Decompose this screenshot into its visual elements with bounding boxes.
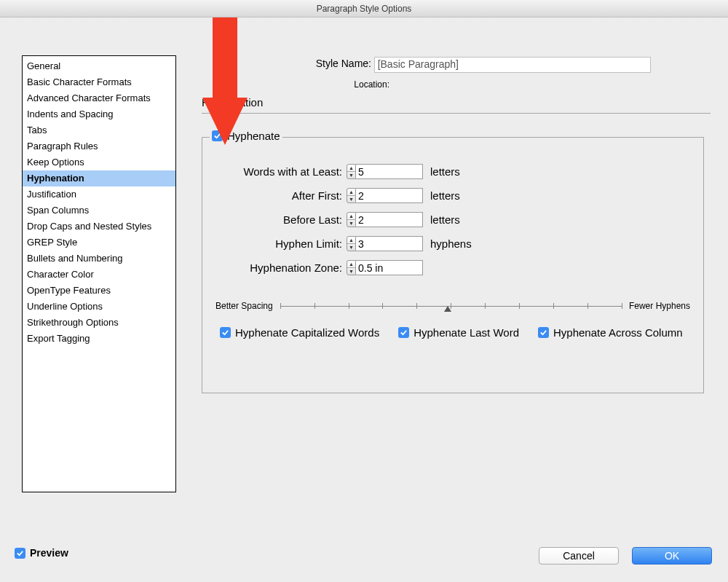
slider-left-label: Better Spacing [215, 301, 273, 311]
sidebar-item[interactable]: Span Columns [23, 202, 175, 219]
stepper[interactable]: ▲▼ [347, 188, 423, 203]
cancel-button[interactable]: Cancel [539, 547, 619, 565]
sidebar: GeneralBasic Character FormatsAdvanced C… [22, 55, 176, 492]
sidebar-item[interactable]: Underline Options [23, 299, 175, 315]
slider-right-label: Fewer Hyphens [629, 301, 690, 311]
preview-checkbox[interactable]: Preview [15, 547, 68, 559]
hyphenation-slider: Better Spacing Fewer Hyphens [215, 297, 690, 315]
setting-row: Hyphen Limit:▲▼hyphens [221, 236, 684, 251]
setting-row: Before Last:▲▼letters [221, 212, 684, 227]
chevron-up-icon[interactable]: ▲ [347, 261, 355, 268]
setting-unit: hyphens [430, 237, 472, 250]
chevron-up-icon[interactable]: ▲ [347, 165, 355, 172]
setting-row: Words with at Least:▲▼letters [221, 164, 684, 179]
location-row: Location: [197, 79, 711, 90]
sidebar-item[interactable]: Bullets and Numbering [23, 251, 175, 267]
stepper-arrows[interactable]: ▲▼ [347, 236, 356, 251]
option-label: Hyphenate Across Column [553, 326, 683, 339]
stepper-arrows[interactable]: ▲▼ [347, 260, 356, 275]
chevron-up-icon[interactable]: ▲ [347, 237, 355, 244]
sidebar-item[interactable]: Paragraph Rules [23, 138, 175, 154]
chevron-down-icon[interactable]: ▼ [347, 172, 355, 178]
stepper-input[interactable] [356, 212, 423, 227]
style-name-input[interactable]: [Basic Paragraph] [374, 57, 651, 73]
stepper-input[interactable] [356, 188, 423, 203]
stepper-input[interactable] [356, 260, 423, 275]
sidebar-item[interactable]: OpenType Features [23, 283, 175, 299]
option-checkbox[interactable] [220, 327, 231, 338]
sidebar-item[interactable]: Tabs [23, 122, 175, 138]
stepper-input[interactable] [356, 236, 423, 251]
setting-unit: letters [430, 165, 460, 178]
sidebar-item[interactable]: Keep Options [23, 154, 175, 170]
dialog-content: Style Name: [Basic Paragraph] Location: … [0, 17, 728, 547]
chevron-down-icon[interactable]: ▼ [347, 244, 355, 251]
chevron-up-icon[interactable]: ▲ [347, 213, 355, 220]
stepper-arrows[interactable]: ▲▼ [347, 164, 356, 179]
setting-unit: letters [430, 213, 460, 226]
setting-row: Hyphenation Zone:▲▼ [221, 260, 684, 275]
setting-unit: letters [430, 189, 460, 202]
chevron-up-icon[interactable]: ▲ [347, 189, 355, 196]
setting-label: Hyphen Limit: [221, 237, 342, 250]
hyphenate-checkbox[interactable] [212, 130, 223, 141]
slider-thumb[interactable] [444, 306, 451, 312]
preview-label: Preview [30, 547, 68, 559]
hyphenate-legend-label: Hyphenate [227, 130, 280, 142]
sidebar-item[interactable]: Advanced Character Formats [23, 90, 175, 106]
stepper-input[interactable] [356, 164, 423, 179]
window-title: Paragraph Style Options [0, 0, 728, 17]
sidebar-item[interactable]: Basic Character Formats [23, 74, 175, 90]
ok-button[interactable]: OK [632, 547, 712, 565]
style-name-label: Style Name: [197, 58, 371, 69]
chevron-down-icon[interactable]: ▼ [347, 196, 355, 202]
sidebar-item[interactable]: Character Color [23, 267, 175, 283]
stepper[interactable]: ▲▼ [347, 260, 423, 275]
sidebar-item[interactable]: Export Tagging [23, 331, 175, 347]
chevron-down-icon[interactable]: ▼ [347, 220, 355, 227]
hyphenate-legend: Hyphenate [210, 130, 282, 142]
sidebar-item[interactable]: General [23, 58, 175, 74]
style-name-row: Style Name: [Basic Paragraph] [197, 57, 711, 73]
dialog-footer: Preview Cancel OK [0, 547, 728, 582]
setting-label: Hyphenation Zone: [221, 261, 342, 274]
stepper[interactable]: ▲▼ [347, 236, 423, 251]
chevron-down-icon[interactable]: ▼ [347, 268, 355, 275]
sidebar-item[interactable]: Drop Caps and Nested Styles [23, 219, 175, 235]
stepper[interactable]: ▲▼ [347, 164, 423, 179]
stepper-arrows[interactable]: ▲▼ [347, 212, 356, 227]
option-checkbox[interactable] [398, 327, 409, 338]
option-label: Hyphenate Last Word [414, 326, 519, 339]
sidebar-item[interactable]: Justification [23, 186, 175, 202]
option-label: Hyphenate Capitalized Words [235, 326, 379, 339]
hyphenate-fieldset: Hyphenate Words with at Least:▲▼lettersA… [202, 137, 704, 393]
sidebar-item[interactable]: GREP Style [23, 235, 175, 251]
setting-label: After First: [221, 189, 342, 202]
sidebar-item[interactable]: Strikethrough Options [23, 315, 175, 331]
slider-track[interactable] [280, 302, 622, 310]
setting-label: Before Last: [221, 213, 342, 226]
hyphenation-option[interactable]: Hyphenate Capitalized Words [220, 326, 379, 339]
hyphenation-option[interactable]: Hyphenate Last Word [398, 326, 519, 339]
stepper[interactable]: ▲▼ [347, 212, 423, 227]
setting-row: After First:▲▼letters [221, 188, 684, 203]
hyphenation-option[interactable]: Hyphenate Across Column [538, 326, 683, 339]
setting-label: Words with at Least: [221, 165, 342, 178]
option-checkbox[interactable] [538, 327, 549, 338]
section-title: Hyphenation [202, 96, 711, 111]
location-label: Location: [197, 79, 389, 90]
stepper-arrows[interactable]: ▲▼ [347, 188, 356, 203]
sidebar-item[interactable]: Hyphenation [23, 170, 175, 186]
sidebar-item[interactable]: Indents and Spacing [23, 106, 175, 122]
